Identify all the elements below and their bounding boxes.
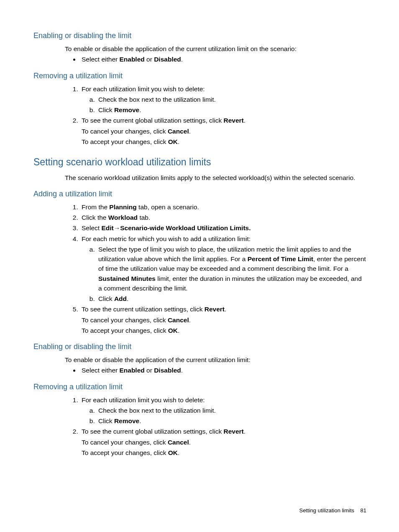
page-number: 81	[361, 507, 366, 514]
list-item: For each utilization limit you wish to d…	[80, 395, 366, 426]
list-item: To see the current utilization settings,…	[80, 304, 366, 335]
list-item: For each metric for which you wish to ad…	[80, 234, 366, 304]
list-item: From the Planning tab, open a scenario.	[80, 202, 366, 212]
list-item: Check the box next to the utilization li…	[97, 406, 366, 415]
paragraph: The scenario workload utilization limits…	[65, 173, 366, 182]
footer-text: Setting utilization limits	[299, 507, 355, 514]
list-item: Click Remove.	[97, 105, 366, 115]
list-item: Click the Workload tab.	[80, 213, 366, 222]
list-item: Select Edit→Scenario-wide Workload Utili…	[80, 223, 366, 233]
list-item: Check the box next to the utilization li…	[97, 95, 366, 104]
page-footer: Setting utilization limits 81	[299, 506, 366, 515]
heading-enabling-disabling-2: Enabling or disabling the limit	[33, 341, 366, 352]
heading-setting-scenario: Setting scenario workload utilization li…	[33, 155, 366, 170]
list-item: To see the current global utilization se…	[80, 116, 366, 146]
heading-removing-limit-2: Removing a utilization limit	[33, 381, 366, 393]
list-item: Select either Enabled or Disabled.	[80, 365, 366, 375]
list-item: For each utilization limit you wish to d…	[80, 84, 366, 115]
list-item: Click Add.	[97, 294, 366, 303]
paragraph: To enable or disable the application of …	[65, 355, 366, 365]
heading-enabling-disabling-1: Enabling or disabling the limit	[33, 30, 366, 41]
paragraph: To enable or disable the application of …	[65, 44, 366, 54]
list-item: Select either Enabled or Disabled.	[80, 54, 366, 64]
heading-removing-limit-1: Removing a utilization limit	[33, 70, 366, 82]
list-item: Click Remove.	[97, 416, 366, 426]
list-item: To see the current global utilization se…	[80, 427, 366, 457]
heading-adding-limit: Adding a utilization limit	[33, 188, 366, 200]
list-item: Select the type of limit you wish to pla…	[97, 244, 366, 293]
